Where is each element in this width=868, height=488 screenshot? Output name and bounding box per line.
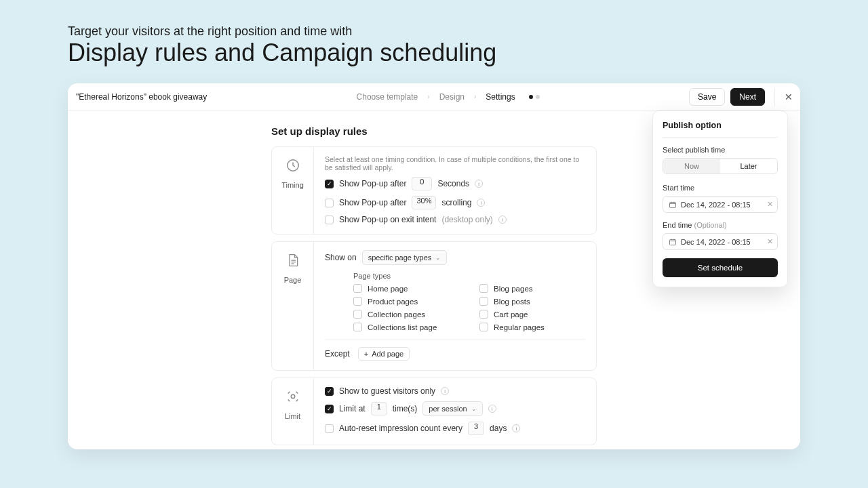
checkbox-guest-visitors[interactable] bbox=[325, 387, 334, 396]
chevron-down-icon: ⌄ bbox=[435, 254, 441, 261]
publish-now-option[interactable]: Now bbox=[663, 159, 720, 174]
except-label: Except bbox=[325, 349, 350, 359]
end-time-input[interactable]: Dec 14, 2022 - 08:15 ✕ bbox=[663, 233, 778, 250]
publish-popover: Publish option Select publish time Now L… bbox=[652, 110, 788, 287]
limit-unit: time(s) bbox=[393, 404, 418, 413]
checkbox-collection-pages[interactable] bbox=[353, 310, 362, 319]
publish-time-label: Select publish time bbox=[663, 146, 778, 154]
page-side-label: Page bbox=[284, 276, 302, 284]
wizard-steps: Choose template › Design › Settings bbox=[207, 92, 689, 102]
page-type-label: Product pages bbox=[368, 298, 418, 306]
checkbox-home-page[interactable] bbox=[353, 284, 362, 293]
clear-end-time[interactable]: ✕ bbox=[767, 237, 773, 246]
page-icon bbox=[284, 251, 302, 269]
page-type-label: Regular pages bbox=[494, 323, 545, 331]
calendar-icon bbox=[669, 201, 677, 209]
limit-icon bbox=[284, 388, 302, 405]
checkbox-product-pages[interactable] bbox=[353, 297, 362, 306]
save-button[interactable]: Save bbox=[689, 88, 725, 106]
step-settings[interactable]: Settings bbox=[486, 92, 515, 102]
page-type-label: Collection pages bbox=[368, 310, 425, 319]
page-types-heading: Page types bbox=[353, 272, 585, 280]
end-time-label: End time (Optional) bbox=[663, 221, 778, 229]
publish-title: Publish option bbox=[663, 121, 778, 130]
show-after-time-label: Show Pop-up after bbox=[339, 179, 406, 188]
checkbox-collections-list-page[interactable] bbox=[353, 323, 362, 331]
auto-reset-label: Auto-reset impression count every bbox=[339, 424, 462, 433]
timing-card: Timing Select at least one timing condit… bbox=[271, 146, 597, 235]
info-icon[interactable]: i bbox=[475, 180, 483, 188]
next-button[interactable]: Next bbox=[730, 88, 765, 106]
step-design[interactable]: Design bbox=[439, 92, 465, 102]
show-after-scroll-input[interactable]: 30% bbox=[412, 196, 436, 209]
add-page-label: Add page bbox=[372, 350, 403, 358]
checkbox-blog-pages[interactable] bbox=[479, 284, 488, 293]
show-on-select[interactable]: specific page types ⌄ bbox=[362, 250, 448, 265]
campaign-name: "Ethereal Horizons" ebook giveaway bbox=[76, 92, 207, 102]
chevron-right-icon: › bbox=[427, 93, 429, 100]
checkbox-limit-at[interactable] bbox=[325, 405, 334, 413]
clear-start-time[interactable]: ✕ bbox=[767, 200, 773, 209]
page-type-label: Cart page bbox=[494, 310, 528, 319]
timing-side-label: Timing bbox=[281, 181, 304, 189]
publish-later-option[interactable]: Later bbox=[720, 159, 777, 174]
start-time-label: Start time bbox=[663, 184, 778, 192]
add-page-button[interactable]: + Add page bbox=[358, 347, 410, 361]
start-time-value: Dec 14, 2022 - 08:15 bbox=[681, 201, 751, 209]
guest-visitors-label: Show to guest visitors only bbox=[339, 386, 435, 396]
limit-side-label: Limit bbox=[285, 412, 300, 420]
info-icon[interactable]: i bbox=[498, 216, 507, 224]
show-on-label: Show on bbox=[325, 253, 357, 262]
close-icon: ✕ bbox=[785, 92, 793, 102]
page-type-label: Home page bbox=[368, 285, 408, 293]
app-window: "Ethereal Horizons" ebook giveaway Choos… bbox=[68, 83, 800, 449]
page-card: Page Show on specific page types ⌄ Page … bbox=[271, 241, 597, 371]
auto-reset-input[interactable]: 3 bbox=[468, 422, 484, 435]
page-type-label: Blog posts bbox=[494, 298, 530, 306]
checkbox-auto-reset[interactable] bbox=[325, 424, 334, 433]
checkbox-show-after-time[interactable] bbox=[325, 180, 334, 188]
publish-time-segmented: Now Later bbox=[663, 158, 778, 174]
show-after-scroll-unit: scrolling bbox=[441, 198, 471, 207]
calendar-icon bbox=[669, 238, 677, 246]
svg-rect-2 bbox=[670, 202, 676, 207]
topbar: "Ethereal Horizons" ebook giveaway Choos… bbox=[68, 83, 800, 110]
end-time-optional: (Optional) bbox=[694, 221, 726, 229]
svg-point-1 bbox=[291, 394, 295, 399]
info-icon[interactable]: i bbox=[477, 199, 485, 207]
hero-subtitle: Target your visitors at the right positi… bbox=[68, 24, 800, 39]
svg-rect-3 bbox=[670, 239, 676, 245]
timing-hint: Select at least one timing condition. In… bbox=[325, 155, 585, 171]
divider bbox=[325, 340, 585, 340]
step-choose-template[interactable]: Choose template bbox=[357, 92, 418, 102]
limit-card: Limit Show to guest visitors only i Limi… bbox=[271, 378, 597, 445]
limit-period-select[interactable]: per session ⌄ bbox=[422, 401, 482, 416]
page-type-label: Blog pages bbox=[494, 285, 533, 293]
checkbox-exit-intent[interactable] bbox=[325, 216, 334, 224]
limit-at-label: Limit at bbox=[339, 404, 366, 413]
limit-count-input[interactable]: 1 bbox=[371, 402, 387, 415]
info-icon[interactable]: i bbox=[441, 387, 449, 395]
end-time-value: Dec 14, 2022 - 08:15 bbox=[681, 238, 751, 246]
page-type-label: Collections list page bbox=[368, 323, 437, 331]
checkbox-show-after-scroll[interactable] bbox=[325, 199, 334, 207]
set-schedule-button[interactable]: Set schedule bbox=[663, 258, 778, 277]
divider bbox=[663, 137, 778, 138]
show-after-scroll-label: Show Pop-up after bbox=[339, 198, 406, 207]
checkbox-regular-pages[interactable] bbox=[479, 323, 488, 331]
checkbox-cart-page[interactable] bbox=[479, 310, 488, 319]
checkbox-blog-posts[interactable] bbox=[479, 297, 488, 306]
show-after-time-input[interactable]: 0 bbox=[412, 177, 432, 190]
exit-intent-label: Show Pop-up on exit intent bbox=[339, 215, 436, 224]
plus-icon: + bbox=[364, 350, 368, 358]
close-button[interactable]: ✕ bbox=[774, 87, 793, 106]
chevron-down-icon: ⌄ bbox=[471, 405, 477, 412]
info-icon[interactable]: i bbox=[488, 405, 496, 413]
hero-title: Display rules and Campaign scheduling bbox=[68, 39, 800, 67]
step-progress-dots bbox=[529, 95, 540, 99]
show-after-time-unit: Seconds bbox=[437, 179, 469, 188]
start-time-input[interactable]: Dec 14, 2022 - 08:15 ✕ bbox=[663, 196, 778, 213]
chevron-right-icon: › bbox=[474, 93, 476, 100]
auto-reset-unit: days bbox=[490, 424, 507, 433]
info-icon[interactable]: i bbox=[512, 424, 520, 432]
